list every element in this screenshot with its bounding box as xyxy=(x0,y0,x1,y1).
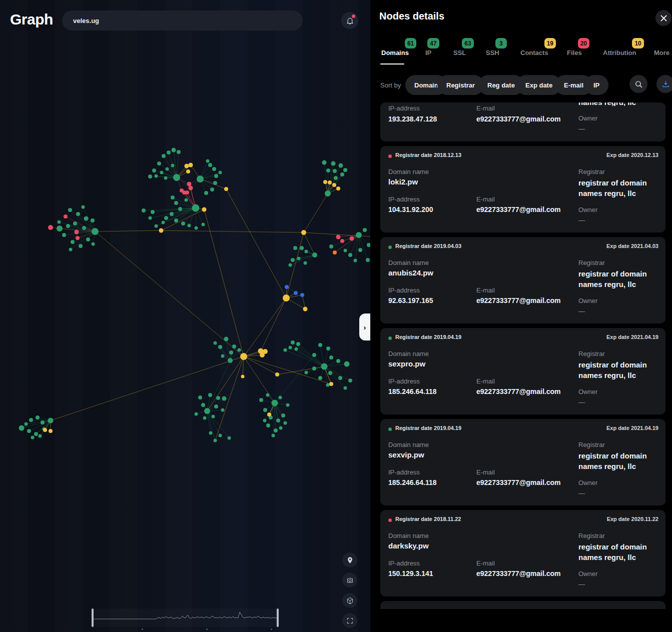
network-graph[interactable] xyxy=(0,0,370,632)
domain-card-sexvip[interactable]: Registrar date 2019.04.19 Exp date 2021.… xyxy=(380,419,665,506)
panel-title: Nodes details xyxy=(379,10,444,22)
screenshot-button[interactable] xyxy=(342,572,357,588)
registrar-value: registrar of domain names regru, llc xyxy=(578,542,661,562)
tab-contacts[interactable]: Contacts 19 xyxy=(520,48,548,57)
3d-view-button[interactable] xyxy=(342,593,357,608)
exp-date: Exp date 2021.04.03 xyxy=(606,243,658,249)
camera-icon xyxy=(346,576,354,584)
email-label: E-mail xyxy=(476,378,495,385)
domain-card-loki2[interactable]: Registrar date 2018.12.13 Exp date 2020.… xyxy=(380,146,665,232)
sort-ip-button[interactable]: IP xyxy=(584,75,608,95)
domain-card-anubis24[interactable]: Registrar date 2019.04.03 Exp date 2021.… xyxy=(380,237,665,324)
download-button[interactable] xyxy=(656,75,672,93)
exp-date: Exp date 2021.04.19 xyxy=(606,425,658,431)
tab-ssh[interactable]: SSH 3 xyxy=(486,48,499,57)
ip-label: IP-address xyxy=(388,560,420,567)
activity-timeline[interactable] xyxy=(92,608,279,627)
domain-label: Domain name xyxy=(388,532,429,540)
registrar-date: Registrar date 2018.12.13 xyxy=(395,152,461,158)
app-title: Graph xyxy=(10,11,53,28)
email-label: E-mail xyxy=(476,560,495,567)
owner-value: — xyxy=(578,580,585,588)
registrar-value: registrar of domain names regru, llc xyxy=(578,268,661,290)
registrar-value-clipped: names regru, llc xyxy=(578,102,636,106)
status-dot xyxy=(388,154,392,158)
email-value: e9227333777@gmail.com xyxy=(476,570,561,578)
registrar-label: Registrar xyxy=(578,441,605,448)
registrar-label: Registrar xyxy=(578,350,605,358)
fullscreen-icon xyxy=(346,617,354,624)
ip-value: 185.246.64.118 xyxy=(388,478,437,486)
tab-more[interactable]: More xyxy=(654,48,669,57)
tab-files[interactable]: Files 20 xyxy=(567,48,582,57)
registrar-value: registrar of domain names regru, llc xyxy=(578,178,661,198)
email-label: E-mail xyxy=(476,468,495,476)
domain-card-sexpro[interactable]: Registrar date 2019.04.19 Exp date 2021.… xyxy=(380,328,665,414)
email-value: e9227333777@gmail.com xyxy=(476,206,561,214)
ip-value: 193.238.47.128 xyxy=(388,115,437,123)
registrar-value: registrar of domain names regru, llc xyxy=(578,360,661,380)
registrar-value: registrar of domain names regru, llc xyxy=(578,450,661,472)
timeline-tick-dot xyxy=(206,628,208,630)
tab-domains[interactable]: Domains 61 xyxy=(381,48,409,57)
sort-registrar-button[interactable]: Registrar xyxy=(437,75,484,95)
domain-card-partial[interactable] xyxy=(380,601,665,609)
owner-label: Owner xyxy=(578,114,597,122)
notification-unread-dot xyxy=(352,14,355,18)
tab-count-badge: 47 xyxy=(427,38,439,48)
registrar-date: Registrar date 2019.04.19 xyxy=(395,425,461,431)
nodes-details-panel: Nodes details Domains 61 IP 47 SSL 63 SS… xyxy=(370,0,672,632)
email-label: E-mail xyxy=(476,104,495,112)
owner-value: — xyxy=(578,490,585,497)
ip-value: 92.63.197.165 xyxy=(388,296,433,304)
domain-value: sexvip.pw xyxy=(388,450,424,459)
tab-attribution[interactable]: Attribution 10 xyxy=(603,48,636,57)
registrar-label: Registrar xyxy=(578,532,605,540)
timeline-right-handle[interactable] xyxy=(277,608,279,627)
ip-value: 150.129.3.141 xyxy=(388,570,433,578)
fullscreen-button[interactable] xyxy=(342,613,357,628)
exp-date: Exp date 2020.12.13 xyxy=(606,152,658,158)
tab-count-badge: 19 xyxy=(544,38,556,48)
email-label: E-mail xyxy=(476,196,495,203)
graph-search-input[interactable] xyxy=(62,10,303,30)
domain-label: Domain name xyxy=(388,441,429,448)
owner-label: Owner xyxy=(578,479,597,486)
tab-ssl[interactable]: SSL 63 xyxy=(453,48,466,57)
domain-label: Domain name xyxy=(388,350,429,358)
owner-label: Owner xyxy=(578,206,597,214)
map-pin-icon xyxy=(346,556,354,564)
search-icon xyxy=(634,80,643,88)
domain-card-darksky[interactable]: Registrar date 2018.11.22 Exp date 2020.… xyxy=(380,510,665,596)
owner-value: — xyxy=(578,216,585,224)
domain-value: darksky.pw xyxy=(388,542,429,550)
owner-value: — xyxy=(578,308,585,315)
ip-label: IP-address xyxy=(388,286,420,294)
graph-canvas-panel[interactable]: Graph › xyxy=(0,0,370,632)
tab-count-badge: 61 xyxy=(405,38,416,48)
registrar-date: Registrar date 2019.04.03 xyxy=(395,243,461,249)
notifications-button[interactable] xyxy=(341,12,358,29)
domain-label: Domain name xyxy=(388,168,429,176)
timeline-sparkline xyxy=(94,608,277,627)
registrar-label: Registrar xyxy=(578,259,605,266)
email-value: e9227333777@gmail.com xyxy=(476,388,561,396)
tab-ip[interactable]: IP 47 xyxy=(425,48,431,57)
domain-value: sexpro.pw xyxy=(388,360,425,368)
owner-label: Owner xyxy=(578,570,597,578)
cube-icon xyxy=(346,597,354,604)
domain-value: anubis24.pw xyxy=(388,268,433,277)
email-value: e9227333777@gmail.com xyxy=(476,115,561,123)
panel-expander-handle[interactable]: › xyxy=(359,314,370,340)
close-panel-button[interactable] xyxy=(655,10,671,26)
ip-label: IP-address xyxy=(388,104,420,112)
list-search-button[interactable] xyxy=(629,75,647,93)
timeline-tick-dot xyxy=(142,628,143,630)
ip-label: IP-address xyxy=(388,378,420,385)
email-label: E-mail xyxy=(476,286,495,294)
exp-date: Exp date 2021.04.19 xyxy=(606,334,658,340)
geo-location-button[interactable] xyxy=(342,552,357,568)
domain-card[interactable]: names regru, llc IP-address 193.238.47.1… xyxy=(380,102,665,142)
email-value: e9227333777@gmail.com xyxy=(476,478,561,486)
owner-label: Owner xyxy=(578,388,597,396)
